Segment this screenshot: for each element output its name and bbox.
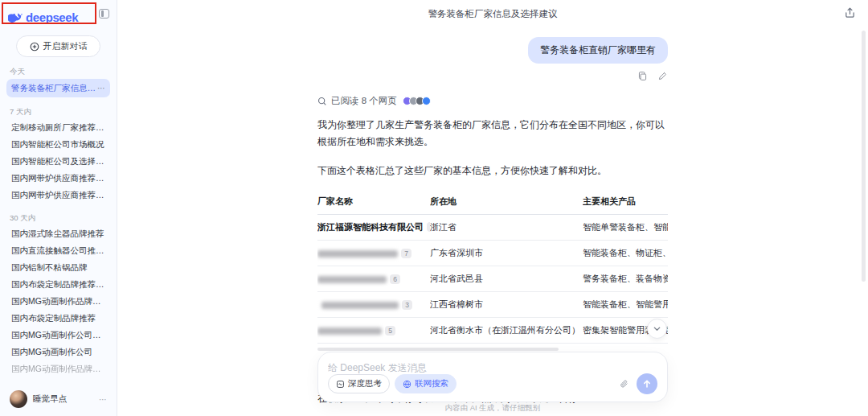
history-section-label: 今天 xyxy=(10,67,107,77)
history-item[interactable]: 国内网带炉供应商推荐及选择指南 xyxy=(6,187,110,204)
vendor-location: 河北省武邑县 xyxy=(430,266,583,292)
history-item-label: 警务装备柜厂家信息及选择建议 xyxy=(11,79,96,97)
vendor-products: 智能装备柜、物证柜、智能储物柜等 xyxy=(583,241,668,266)
table-header-row: 厂家名称 所在地 主要相关产品 xyxy=(317,189,668,215)
page-vertical-scrollbar[interactable] xyxy=(862,31,866,282)
history-item[interactable]: 国内智能柜公司及选择指南 xyxy=(6,153,110,170)
send-button[interactable] xyxy=(637,373,657,394)
message-input[interactable] xyxy=(328,362,657,373)
main-area: 警务装备柜厂家信息及选择建议 警务装备柜直销厂家哪里有 xyxy=(117,0,868,416)
column-header: 厂家名称 xyxy=(317,189,430,215)
assistant-paragraph: 我为你整理了几家生产警务装备柜的厂家信息，它们分布在全国不同地区，你可以根据所在… xyxy=(317,117,668,151)
vendor-products: 警务装备柜、装备物资柜等 xyxy=(583,266,668,292)
history-item[interactable]: 国内布袋定制品牌推荐 xyxy=(6,310,110,327)
sidebar-collapse-icon[interactable] xyxy=(99,9,109,19)
ai-disclaimer: 内容由 AI 生成，请仔细甄别 xyxy=(117,403,868,414)
new-chat-label: 开启新对话 xyxy=(43,40,88,52)
more-icon[interactable]: ⋯ xyxy=(97,79,105,97)
history-item[interactable]: 国内湿式除尘器品牌推荐 xyxy=(6,225,110,242)
table-row: 6 河北省武邑县 警务装备柜、装备物资柜等 xyxy=(317,266,668,292)
deep-think-label: 深度思考 xyxy=(348,378,382,389)
history-item[interactable]: 国内直流接触器公司推荐与选择... xyxy=(6,242,110,259)
web-search-label: 联网搜索 xyxy=(415,378,448,389)
arrow-up-icon xyxy=(642,379,652,389)
profile-name: 睡觉早点 xyxy=(33,393,93,405)
citation-badge[interactable]: 3 xyxy=(402,300,412,310)
deep-think-icon xyxy=(336,380,345,389)
column-header: 所在地 xyxy=(430,189,583,215)
deepseek-app: deepseek 开启新对话 今天 警务装备柜厂家信息及选择建议 ⋯ 7 天内 … xyxy=(0,0,868,416)
history-section-label: 7 天内 xyxy=(10,107,107,117)
history-item[interactable]: 国内网带炉供应商推荐及选择指南 xyxy=(6,170,110,187)
message-actions xyxy=(317,71,668,81)
table-row: 浙江福源智能科技有限公司1 浙江省 智能单警装备柜、智能卷宗柜、物证柜等 xyxy=(317,215,668,241)
source-favicons xyxy=(403,97,431,105)
vendor-table: 厂家名称 所在地 主要相关产品 浙江福源智能科技有限公司1 浙江省 智能单警装备… xyxy=(317,189,668,344)
vendor-location: 河北省衡水市（在浙江温州有分公司） xyxy=(430,318,583,344)
citation-badge[interactable]: 7 xyxy=(401,249,411,258)
vendor-location: 浙江省 xyxy=(430,215,583,241)
vendor-location: 广东省深圳市 xyxy=(430,241,583,266)
history-item[interactable]: 国内铝制不粘锅品牌 xyxy=(6,259,110,276)
history-item-active[interactable]: 警务装备柜厂家信息及选择建议 ⋯ xyxy=(6,79,110,97)
sidebar: deepseek 开启新对话 今天 警务装备柜厂家信息及选择建议 ⋯ 7 天内 … xyxy=(0,0,117,416)
vendor-table-wrapper: 厂家名称 所在地 主要相关产品 浙江福源智能科技有限公司1 浙江省 智能单警装备… xyxy=(317,189,668,344)
topbar: 警务装备柜厂家信息及选择建议 xyxy=(117,0,868,27)
redacted-vendor-name xyxy=(317,250,398,257)
table-horizontal-scrollbar[interactable] xyxy=(317,348,559,351)
web-search-button[interactable]: 联网搜索 xyxy=(395,374,457,393)
vendor-products: 智能单警装备柜、智能卷宗柜、物证柜等 xyxy=(583,215,668,241)
assistant-paragraph: 下面这个表格汇总了这些厂家的基本信息，方便你快速了解和对比。 xyxy=(317,163,668,179)
share-icon[interactable] xyxy=(844,6,857,19)
table-row: 5 河北省衡水市（在浙江温州有分公司） 密集架智能警用装备柜 xyxy=(317,318,668,344)
more-icon[interactable]: ⋯ xyxy=(99,395,107,404)
redacted-vendor-name xyxy=(317,276,387,283)
redacted-vendor-name xyxy=(321,302,399,309)
circle-plus-icon xyxy=(30,42,39,51)
paperclip-icon[interactable] xyxy=(619,379,629,389)
vendor-products: 智能装备柜、智能警用装备柜等 xyxy=(583,292,668,318)
composer: 深度思考 联网搜索 xyxy=(317,352,668,402)
edit-icon[interactable] xyxy=(657,71,668,81)
history-item[interactable]: 国内智能柜公司市场概况 xyxy=(6,136,110,153)
history-item[interactable]: 国内MG动画制作品牌推荐 xyxy=(6,360,110,377)
column-header: 主要相关产品 xyxy=(583,189,668,215)
vendor-location: 江西省樟树市 xyxy=(430,292,583,318)
vendor-name: 浙江福源智能科技有限公司 xyxy=(317,222,424,232)
redacted-vendor-name xyxy=(317,327,382,335)
citation-badge[interactable]: 5 xyxy=(385,326,395,336)
avatar xyxy=(10,390,27,408)
sources-read-row[interactable]: 已阅读 8 个网页 xyxy=(317,95,668,107)
logo-row: deepseek xyxy=(0,0,117,27)
chevron-down-icon xyxy=(653,324,661,333)
history-item[interactable]: 国内MG动画制作公司推荐 xyxy=(6,327,110,344)
history-item[interactable]: 国内MG动画制作品牌推荐 xyxy=(6,293,110,310)
source-favicon xyxy=(422,97,431,105)
composer-toolbar: 深度思考 联网搜索 xyxy=(328,373,657,394)
deepseek-wordmark: deepseek xyxy=(26,10,78,24)
chat-history-list: 今天 警务装备柜厂家信息及选择建议 ⋯ 7 天内 定制移动厕所厂家推荐及选择建议… xyxy=(0,67,117,377)
read-status-text: 已阅读 8 个网页 xyxy=(331,95,397,107)
citation-badge[interactable]: 6 xyxy=(390,274,400,284)
table-row: 7 广东省深圳市 智能装备柜、物证柜、智能储物柜等 xyxy=(317,241,668,266)
page-title: 警务装备柜厂家信息及选择建议 xyxy=(117,0,868,27)
deepseek-whale-icon[interactable] xyxy=(8,11,23,23)
history-section-label: 30 天内 xyxy=(10,213,107,224)
history-item[interactable]: 定制移动厕所厂家推荐及选择建议 xyxy=(6,119,110,136)
user-message-bubble: 警务装备柜直销厂家哪里有 xyxy=(528,37,668,64)
deep-think-button[interactable]: 深度思考 xyxy=(328,374,390,393)
user-profile[interactable]: 睡觉早点 ⋯ xyxy=(0,382,117,416)
table-row: 3 江西省樟树市 智能装备柜、智能警用装备柜等 xyxy=(317,292,668,318)
history-item[interactable]: 国内MG动画制作公司 xyxy=(6,344,110,360)
search-icon xyxy=(317,97,327,106)
globe-icon xyxy=(403,380,411,389)
history-item[interactable]: 国内布袋定制品牌推荐及选择指南 xyxy=(6,276,110,293)
scroll-to-bottom-button[interactable] xyxy=(647,319,667,339)
copy-icon[interactable] xyxy=(637,71,648,81)
new-chat-button[interactable]: 开启新对话 xyxy=(16,35,100,57)
